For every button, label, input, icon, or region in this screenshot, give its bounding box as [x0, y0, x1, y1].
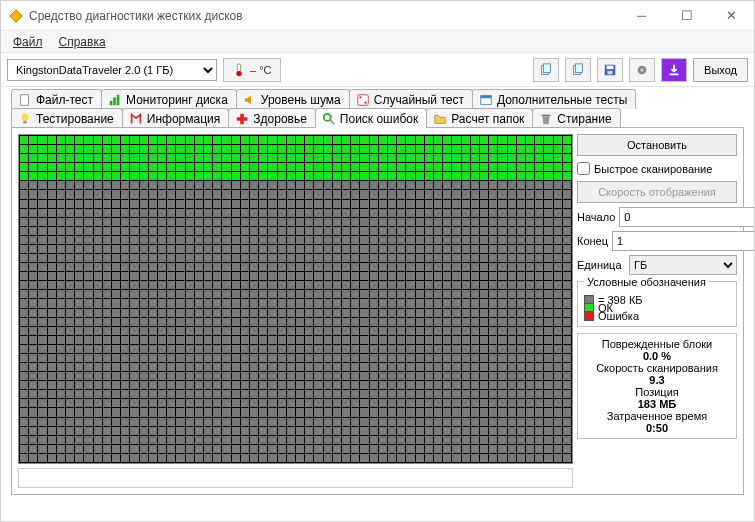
svg-rect-27	[542, 115, 551, 117]
time-value: 0:50	[584, 422, 730, 434]
svg-point-11	[640, 68, 644, 72]
speed-label: Скорость сканирования	[584, 362, 730, 374]
unit-select[interactable]: ГБ	[629, 255, 737, 275]
block-grid	[18, 134, 573, 464]
svg-rect-14	[113, 97, 116, 105]
svg-point-2	[236, 70, 241, 75]
copy-icon[interactable]	[533, 58, 559, 82]
display-speed-button: Скорость отображения	[577, 181, 737, 203]
svg-rect-8	[607, 65, 614, 69]
drive-select[interactable]: KingstonDataTraveler 2.0 (1 ГБ)	[7, 59, 217, 81]
tab-random[interactable]: Случайный тест	[349, 89, 473, 109]
end-input[interactable]	[612, 231, 755, 251]
menubar: Файл Справка	[1, 31, 754, 53]
stop-button[interactable]: Остановить	[577, 134, 737, 156]
unit-label: Единица	[577, 259, 625, 271]
pos-value: 183 МБ	[584, 398, 730, 410]
side-panel: Остановить Быстрое сканирование Скорость…	[577, 134, 737, 488]
tab-monitor[interactable]: Мониторинг диска	[101, 89, 237, 109]
quick-scan-checkbox[interactable]	[577, 162, 590, 175]
status-bar	[18, 468, 573, 488]
end-label: Конец	[577, 235, 608, 247]
legend-title: Условные обозначения	[584, 276, 709, 288]
health-icon	[235, 112, 249, 126]
svg-rect-22	[23, 121, 27, 124]
damaged-value: 0.0 %	[584, 350, 730, 362]
tab-info[interactable]: Информация	[122, 108, 229, 128]
svg-rect-20	[481, 96, 492, 99]
damaged-label: Поврежденные блоки	[584, 338, 730, 350]
tab-health[interactable]: Здоровье	[228, 108, 316, 128]
app-icon	[9, 9, 23, 23]
gear-icon[interactable]	[629, 58, 655, 82]
svg-marker-0	[10, 9, 22, 21]
window-title: Средство диагностики жестких дисков	[29, 9, 619, 23]
tab-testing[interactable]: Тестирование	[11, 108, 123, 128]
folder-icon	[433, 112, 447, 126]
toolbar: KingstonDataTraveler 2.0 (1 ГБ) – °C Вых…	[1, 53, 754, 87]
svg-point-21	[22, 114, 29, 121]
download-icon[interactable]	[661, 58, 687, 82]
svg-rect-6	[575, 63, 582, 72]
exit-button[interactable]: Выход	[693, 58, 748, 82]
legend-box: Условные обозначения = 398 КБ ОК Ошибка	[577, 281, 737, 327]
svg-line-26	[330, 120, 334, 124]
temperature-display: – °C	[223, 58, 281, 82]
svg-rect-4	[543, 63, 550, 72]
minimize-button[interactable]: ─	[619, 1, 664, 31]
svg-rect-16	[358, 95, 369, 106]
start-input[interactable]	[619, 207, 755, 227]
start-label: Начало	[577, 211, 615, 223]
tab-noise[interactable]: Уровень шума	[236, 89, 350, 109]
quick-scan-label: Быстрое сканирование	[594, 163, 712, 175]
stats-box: Поврежденные блоки 0.0 % Скорость сканир…	[577, 333, 737, 439]
speaker-icon	[243, 93, 257, 107]
tab-panel: Остановить Быстрое сканирование Скорость…	[11, 127, 744, 495]
time-label: Затраченное время	[584, 410, 730, 422]
chart-icon	[108, 93, 122, 107]
search-icon	[322, 112, 336, 126]
titlebar: Средство диагностики жестких дисков ─ ☐ …	[1, 1, 754, 31]
menu-help[interactable]: Справка	[53, 33, 112, 51]
svg-point-17	[359, 96, 361, 98]
tab-errors[interactable]: Поиск ошибок	[315, 108, 427, 128]
save-icon[interactable]	[597, 58, 623, 82]
file-icon	[18, 93, 32, 107]
svg-rect-24	[237, 117, 248, 121]
menu-file[interactable]: Файл	[7, 33, 49, 51]
svg-rect-12	[21, 95, 29, 106]
tab-extra[interactable]: Дополнительные тесты	[472, 89, 636, 109]
dice-icon	[356, 93, 370, 107]
window-icon	[479, 93, 493, 107]
speed-value: 9.3	[584, 374, 730, 386]
thermometer-icon	[232, 63, 246, 77]
svg-point-18	[364, 101, 366, 103]
tabs-area: Файл-тест Мониторинг диска Уровень шума …	[1, 87, 754, 128]
tab-folders[interactable]: Расчет папок	[426, 108, 533, 128]
tab-file-test[interactable]: Файл-тест	[11, 89, 102, 109]
bulb-icon	[18, 112, 32, 126]
info-icon	[129, 112, 143, 126]
trash-icon	[539, 112, 553, 126]
copy2-icon[interactable]	[565, 58, 591, 82]
svg-point-25	[324, 114, 331, 121]
swatch-red	[584, 311, 594, 321]
close-button[interactable]: ✕	[709, 1, 754, 31]
svg-rect-13	[110, 101, 113, 105]
maximize-button[interactable]: ☐	[664, 1, 709, 31]
svg-rect-15	[117, 95, 120, 106]
tab-erase[interactable]: Стирание	[532, 108, 620, 128]
svg-rect-9	[607, 70, 612, 74]
pos-label: Позиция	[584, 386, 730, 398]
